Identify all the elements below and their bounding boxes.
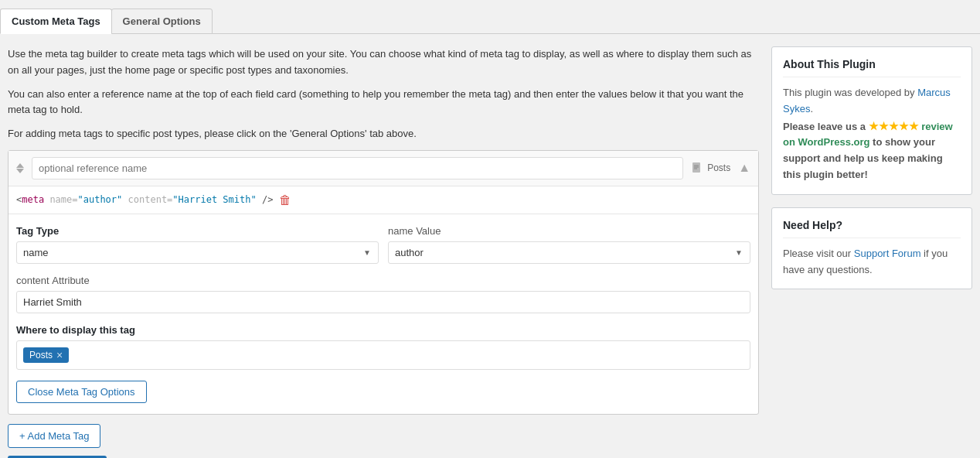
main-content: Use the meta tag builder to create meta … — [8, 46, 759, 458]
posts-label: Posts — [707, 162, 730, 173]
display-tag-posts: Posts × — [23, 347, 69, 363]
collapse-button[interactable]: ▲ — [738, 162, 750, 174]
ref-name-input[interactable] — [32, 157, 683, 179]
description-2: You can also enter a reference name at t… — [8, 87, 759, 119]
tag-type-select-wrapper: name property http-equiv — [16, 241, 379, 264]
description-1: Use the meta tag builder to create meta … — [8, 46, 759, 79]
description-3: For adding meta tags to specific post ty… — [8, 126, 759, 142]
about-text-1: This plugin was developed by — [783, 87, 917, 98]
display-label: Where to display this tag — [16, 324, 750, 336]
sidebar-help-card: Need Help? Please visit our Support Foru… — [771, 207, 972, 290]
close-meta-tag-button[interactable]: Close Meta Tag Options — [16, 381, 147, 403]
about-period: . — [810, 103, 813, 114]
help-text: Please visit our Support Forum if you ha… — [783, 246, 961, 279]
sort-handle[interactable] — [16, 163, 24, 173]
support-link[interactable]: Support Forum — [854, 248, 921, 259]
name-value-label: name Value — [388, 225, 750, 237]
about-text: This plugin was developed by Marcus Syke… — [783, 85, 961, 118]
stars-icon: ★★★★★ — [869, 120, 919, 132]
posts-display-indicator: Posts — [691, 162, 730, 174]
meta-card-header: Posts ▲ — [9, 151, 758, 186]
arrow-up-icon — [16, 163, 24, 168]
document-icon — [691, 162, 703, 174]
arrow-down-icon — [16, 169, 24, 173]
delete-button[interactable]: 🗑 — [279, 193, 291, 207]
tag-type-select[interactable]: name property http-equiv — [16, 241, 379, 264]
help-text-1: Please visit our — [783, 248, 854, 259]
tag-type-row: Tag Type name property http-equiv — [16, 225, 750, 264]
display-tags-input[interactable]: Posts × — [16, 340, 750, 370]
meta-tag-preview: <meta name="author" content="Harriet Smi… — [9, 186, 758, 214]
name-value-select-wrapper: author description keywords — [388, 241, 750, 264]
review-text: Please leave us a ★★★★★ review on WordPr… — [783, 118, 961, 183]
about-title: About This Plugin — [783, 58, 961, 77]
tab-general-options[interactable]: General Options — [111, 9, 213, 34]
meta-card-body: Tag Type name property http-equiv — [9, 214, 758, 414]
content-group: content Attribute — [16, 275, 750, 313]
tag-type-group: Tag Type name property http-equiv — [16, 225, 379, 264]
tag-type-label: Tag Type — [16, 225, 379, 237]
content-label: content Attribute — [16, 275, 750, 286]
name-value-group: name Value author description keywords — [388, 225, 750, 264]
display-tag-remove[interactable]: × — [56, 350, 63, 361]
meta-tag-code: <meta name="author" content="Harriet Smi… — [16, 194, 273, 205]
meta-card: Posts ▲ <meta name="author" content="Har… — [8, 150, 759, 415]
sidebar: About This Plugin This plugin was develo… — [771, 46, 972, 458]
sidebar-about-card: About This Plugin This plugin was develo… — [771, 46, 972, 195]
tabs-bar: Custom Meta Tags General Options — [0, 8, 980, 34]
content-input[interactable] — [16, 291, 750, 313]
tab-custom-meta-tags[interactable]: Custom Meta Tags — [0, 9, 112, 34]
name-value-select[interactable]: author description keywords — [388, 241, 750, 264]
page-actions: + Add Meta Tag Save Changes — [8, 424, 759, 458]
review-text-1: Please leave us a — [783, 121, 866, 132]
add-meta-tag-button[interactable]: + Add Meta Tag — [8, 424, 100, 448]
help-title: Need Help? — [783, 219, 961, 238]
display-section: Where to display this tag Posts × — [16, 324, 750, 370]
display-tag-label: Posts — [29, 350, 53, 361]
